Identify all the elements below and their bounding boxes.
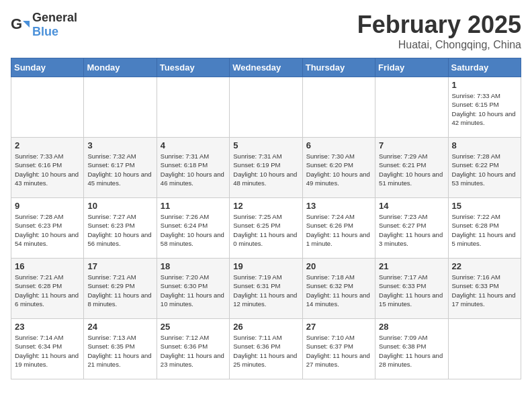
day-info: Sunrise: 7:33 AM Sunset: 6:15 PM Dayligh… <box>452 91 517 127</box>
calendar-cell: 3Sunrise: 7:32 AM Sunset: 6:17 PM Daylig… <box>84 138 157 198</box>
day-info: Sunrise: 7:27 AM Sunset: 6:23 PM Dayligh… <box>87 212 152 248</box>
calendar: SundayMondayTuesdayWednesdayThursdayFrid… <box>11 58 521 379</box>
calendar-cell: 22Sunrise: 7:16 AM Sunset: 6:33 PM Dayli… <box>448 259 521 319</box>
weekday-header: Saturday <box>448 58 521 77</box>
calendar-week-row: 9Sunrise: 7:28 AM Sunset: 6:23 PM Daylig… <box>11 198 521 259</box>
day-info: Sunrise: 7:33 AM Sunset: 6:16 PM Dayligh… <box>15 152 80 187</box>
calendar-cell <box>448 319 521 379</box>
weekday-header-row: SundayMondayTuesdayWednesdayThursdayFrid… <box>11 58 521 77</box>
calendar-cell: 11Sunrise: 7:26 AM Sunset: 6:24 PM Dayli… <box>157 198 229 259</box>
day-number: 28 <box>379 322 444 332</box>
calendar-cell: 10Sunrise: 7:27 AM Sunset: 6:23 PM Dayli… <box>84 198 157 259</box>
day-number: 7 <box>379 140 444 150</box>
calendar-cell: 16Sunrise: 7:21 AM Sunset: 6:28 PM Dayli… <box>11 259 84 319</box>
location-title: Huatai, Chongqing, China <box>357 39 521 51</box>
day-info: Sunrise: 7:14 AM Sunset: 6:34 PM Dayligh… <box>15 333 80 369</box>
calendar-cell: 27Sunrise: 7:10 AM Sunset: 6:37 PM Dayli… <box>302 319 375 379</box>
logo: G General Blue <box>11 11 77 39</box>
day-info: Sunrise: 7:31 AM Sunset: 6:18 PM Dayligh… <box>161 152 226 187</box>
calendar-cell: 9Sunrise: 7:28 AM Sunset: 6:23 PM Daylig… <box>11 198 84 259</box>
calendar-week-row: 2Sunrise: 7:33 AM Sunset: 6:16 PM Daylig… <box>11 138 521 198</box>
svg-marker-1 <box>23 21 30 28</box>
day-info: Sunrise: 7:32 AM Sunset: 6:17 PM Dayligh… <box>87 152 152 187</box>
svg-text:G: G <box>11 15 22 32</box>
day-number: 27 <box>306 322 371 332</box>
day-info: Sunrise: 7:21 AM Sunset: 6:29 PM Dayligh… <box>87 273 152 308</box>
day-info: Sunrise: 7:20 AM Sunset: 6:30 PM Dayligh… <box>161 273 226 308</box>
day-number: 9 <box>15 201 80 211</box>
day-info: Sunrise: 7:10 AM Sunset: 6:37 PM Dayligh… <box>306 333 371 369</box>
logo-general: General <box>32 11 77 24</box>
day-number: 21 <box>379 261 444 271</box>
weekday-header: Monday <box>84 58 157 77</box>
day-number: 23 <box>15 322 80 332</box>
calendar-cell: 7Sunrise: 7:29 AM Sunset: 6:21 PM Daylig… <box>375 138 448 198</box>
day-info: Sunrise: 7:13 AM Sunset: 6:35 PM Dayligh… <box>87 333 152 369</box>
day-number: 25 <box>161 322 226 332</box>
logo-blue: Blue <box>32 25 58 38</box>
day-info: Sunrise: 7:16 AM Sunset: 6:33 PM Dayligh… <box>452 273 517 308</box>
title-area: February 2025 Huatai, Chongqing, China <box>357 11 521 51</box>
day-info: Sunrise: 7:29 AM Sunset: 6:21 PM Dayligh… <box>379 152 444 187</box>
day-info: Sunrise: 7:31 AM Sunset: 6:19 PM Dayligh… <box>233 152 298 187</box>
header: G General Blue February 2025 Huatai, Cho… <box>11 11 521 51</box>
calendar-cell: 14Sunrise: 7:23 AM Sunset: 6:27 PM Dayli… <box>375 198 448 259</box>
day-info: Sunrise: 7:19 AM Sunset: 6:31 PM Dayligh… <box>233 273 298 308</box>
day-info: Sunrise: 7:18 AM Sunset: 6:32 PM Dayligh… <box>306 273 371 308</box>
calendar-cell: 28Sunrise: 7:09 AM Sunset: 6:38 PM Dayli… <box>375 319 448 379</box>
day-number: 17 <box>87 261 152 271</box>
day-number: 12 <box>233 201 298 211</box>
day-number: 10 <box>87 201 152 211</box>
calendar-cell <box>302 77 375 138</box>
weekday-header: Tuesday <box>157 58 229 77</box>
day-info: Sunrise: 7:17 AM Sunset: 6:33 PM Dayligh… <box>379 273 444 308</box>
calendar-cell: 2Sunrise: 7:33 AM Sunset: 6:16 PM Daylig… <box>11 138 84 198</box>
day-info: Sunrise: 7:22 AM Sunset: 6:28 PM Dayligh… <box>452 212 517 248</box>
day-number: 2 <box>15 140 80 150</box>
calendar-cell: 21Sunrise: 7:17 AM Sunset: 6:33 PM Dayli… <box>375 259 448 319</box>
day-info: Sunrise: 7:26 AM Sunset: 6:24 PM Dayligh… <box>161 212 226 248</box>
calendar-cell: 20Sunrise: 7:18 AM Sunset: 6:32 PM Dayli… <box>302 259 375 319</box>
weekday-header: Friday <box>375 58 448 77</box>
day-info: Sunrise: 7:21 AM Sunset: 6:28 PM Dayligh… <box>15 273 80 308</box>
calendar-cell: 1Sunrise: 7:33 AM Sunset: 6:15 PM Daylig… <box>448 77 521 138</box>
calendar-cell <box>84 77 157 138</box>
day-info: Sunrise: 7:23 AM Sunset: 6:27 PM Dayligh… <box>379 212 444 248</box>
calendar-cell: 15Sunrise: 7:22 AM Sunset: 6:28 PM Dayli… <box>448 198 521 259</box>
weekday-header: Wednesday <box>230 58 302 77</box>
day-number: 19 <box>233 261 298 271</box>
calendar-cell <box>157 77 229 138</box>
calendar-cell: 17Sunrise: 7:21 AM Sunset: 6:29 PM Dayli… <box>84 259 157 319</box>
calendar-cell: 19Sunrise: 7:19 AM Sunset: 6:31 PM Dayli… <box>230 259 302 319</box>
logo-icon: G <box>11 15 30 34</box>
weekday-header: Sunday <box>11 58 84 77</box>
day-number: 8 <box>452 140 517 150</box>
day-info: Sunrise: 7:28 AM Sunset: 6:23 PM Dayligh… <box>15 212 80 248</box>
calendar-cell: 5Sunrise: 7:31 AM Sunset: 6:19 PM Daylig… <box>230 138 302 198</box>
day-info: Sunrise: 7:12 AM Sunset: 6:36 PM Dayligh… <box>161 333 226 369</box>
day-number: 24 <box>87 322 152 332</box>
day-number: 6 <box>306 140 371 150</box>
calendar-cell <box>230 77 302 138</box>
calendar-cell: 12Sunrise: 7:25 AM Sunset: 6:25 PM Dayli… <box>230 198 302 259</box>
day-number: 5 <box>233 140 298 150</box>
calendar-cell: 25Sunrise: 7:12 AM Sunset: 6:36 PM Dayli… <box>157 319 229 379</box>
day-number: 16 <box>15 261 80 271</box>
day-info: Sunrise: 7:25 AM Sunset: 6:25 PM Dayligh… <box>233 212 298 248</box>
day-number: 11 <box>161 201 226 211</box>
day-number: 13 <box>306 201 371 211</box>
calendar-cell <box>11 77 84 138</box>
day-number: 3 <box>87 140 152 150</box>
calendar-cell <box>375 77 448 138</box>
calendar-cell: 13Sunrise: 7:24 AM Sunset: 6:26 PM Dayli… <box>302 198 375 259</box>
day-info: Sunrise: 7:28 AM Sunset: 6:22 PM Dayligh… <box>452 152 517 187</box>
calendar-cell: 26Sunrise: 7:11 AM Sunset: 6:36 PM Dayli… <box>230 319 302 379</box>
calendar-cell: 8Sunrise: 7:28 AM Sunset: 6:22 PM Daylig… <box>448 138 521 198</box>
calendar-cell: 6Sunrise: 7:30 AM Sunset: 6:20 PM Daylig… <box>302 138 375 198</box>
calendar-week-row: 16Sunrise: 7:21 AM Sunset: 6:28 PM Dayli… <box>11 259 521 319</box>
day-info: Sunrise: 7:11 AM Sunset: 6:36 PM Dayligh… <box>233 333 298 369</box>
weekday-header: Thursday <box>302 58 375 77</box>
day-number: 1 <box>452 80 517 90</box>
day-info: Sunrise: 7:30 AM Sunset: 6:20 PM Dayligh… <box>306 152 371 187</box>
day-number: 26 <box>233 322 298 332</box>
